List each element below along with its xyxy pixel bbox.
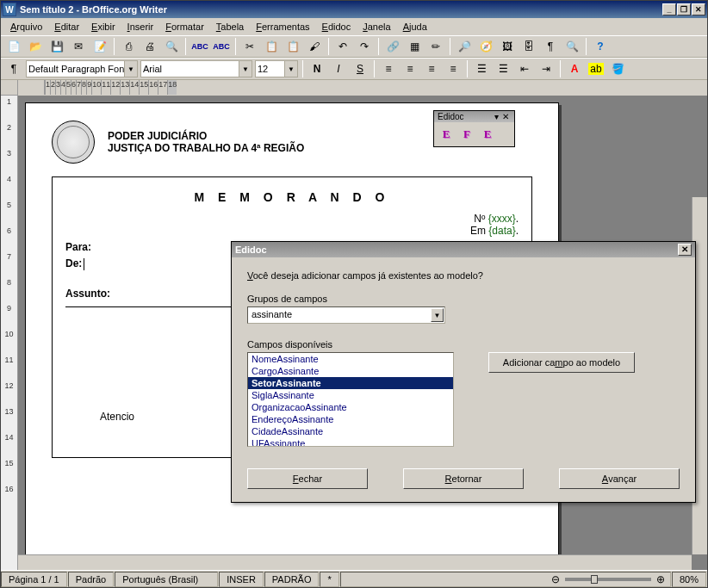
copy-icon[interactable]: 📋 bbox=[262, 37, 281, 56]
bg-color-icon[interactable]: 🪣 bbox=[608, 59, 627, 78]
highlight-icon[interactable]: ab bbox=[587, 59, 606, 78]
avancar-button[interactable]: Avançar bbox=[559, 468, 680, 489]
campo-item[interactable]: UFAssinante bbox=[248, 437, 453, 447]
print-icon[interactable]: 🖨 bbox=[140, 37, 159, 56]
chevron-down-icon[interactable]: ▼ bbox=[124, 61, 137, 77]
campo-item[interactable]: SetorAssinante bbox=[248, 377, 453, 389]
dec-indent-icon[interactable]: ⇤ bbox=[515, 59, 534, 78]
redo-icon[interactable]: ↷ bbox=[355, 37, 374, 56]
bold-icon[interactable]: N bbox=[307, 59, 326, 78]
campo-item[interactable]: CargoAssinante bbox=[248, 365, 453, 377]
show-draw-icon[interactable]: ✏ bbox=[426, 37, 445, 56]
menu-edidoc[interactable]: Edidoc bbox=[316, 20, 357, 34]
retornar-button[interactable]: Retornar bbox=[403, 468, 524, 489]
horizontal-scrollbar[interactable] bbox=[18, 554, 692, 570]
undo-icon[interactable]: ↶ bbox=[333, 37, 352, 56]
zoom-in-icon[interactable]: ⊕ bbox=[656, 573, 665, 585]
font-name-value: Arial bbox=[143, 64, 162, 74]
close-button[interactable]: ✕ bbox=[692, 3, 705, 15]
grupos-value: assinante bbox=[252, 309, 292, 319]
add-field-button[interactable]: Adicionar campo ao modelo bbox=[488, 352, 635, 373]
table-icon[interactable]: ▦ bbox=[405, 37, 424, 56]
edidoc-btn-1[interactable]: F bbox=[458, 126, 475, 143]
styles-icon[interactable]: ¶ bbox=[4, 59, 23, 78]
underline-icon[interactable]: S bbox=[351, 59, 370, 78]
vertical-ruler[interactable]: 12345678910111213141516 bbox=[1, 96, 18, 570]
chevron-down-icon[interactable]: ▼ bbox=[284, 61, 297, 77]
new-doc-icon[interactable]: 📄 bbox=[4, 37, 23, 56]
nonprint-icon[interactable]: ¶ bbox=[541, 37, 560, 56]
spellcheck-icon[interactable]: ABC bbox=[190, 37, 209, 56]
zoom-out-icon[interactable]: ⊖ bbox=[551, 573, 560, 585]
paragraph-style-combo[interactable]: Default Paragraph Font▼ bbox=[26, 60, 138, 77]
edit-doc-icon[interactable]: 📝 bbox=[90, 37, 109, 56]
navigator-icon[interactable]: 🧭 bbox=[476, 37, 495, 56]
campo-item[interactable]: SiglaAssinante bbox=[248, 389, 453, 401]
autospell-icon[interactable]: ABC bbox=[212, 37, 231, 56]
numbering-icon[interactable]: ☰ bbox=[472, 59, 491, 78]
campo-item[interactable]: NomeAssinante bbox=[248, 353, 453, 365]
maximize-button[interactable]: ❐ bbox=[677, 3, 691, 15]
menu-formatar[interactable]: Formatar bbox=[159, 20, 210, 34]
align-center-icon[interactable]: ≡ bbox=[401, 59, 419, 78]
gallery-icon[interactable]: 🖼 bbox=[498, 37, 517, 56]
grupos-select[interactable]: assinante ▼ bbox=[247, 306, 445, 324]
align-left-icon[interactable]: ≡ bbox=[379, 59, 398, 78]
status-insert[interactable]: INSER bbox=[219, 572, 264, 587]
menu-arquivo[interactable]: Arquivo bbox=[4, 20, 48, 34]
status-selmode[interactable]: PADRÃO bbox=[264, 572, 320, 587]
font-size-combo[interactable]: 12▼ bbox=[255, 60, 298, 77]
menu-inserir[interactable]: Inserir bbox=[121, 20, 160, 34]
hyperlink-icon[interactable]: 🔗 bbox=[383, 37, 402, 56]
menu-ajuda[interactable]: Ajuda bbox=[397, 20, 433, 34]
find-icon[interactable]: 🔎 bbox=[455, 37, 474, 56]
zoom-slider[interactable] bbox=[565, 578, 651, 581]
status-zoom[interactable]: 80% bbox=[672, 572, 706, 587]
edidoc-float-toolbar[interactable]: Edidoc ▾ ✕ EFE bbox=[433, 110, 515, 147]
email-icon[interactable]: ✉ bbox=[69, 37, 88, 56]
formatting-toolbar: ¶ Default Paragraph Font▼ Arial▼ 12▼ N I… bbox=[1, 58, 707, 80]
cut-icon[interactable]: ✂ bbox=[240, 37, 259, 56]
pdf-export-icon[interactable]: ⎙ bbox=[119, 37, 138, 56]
preview-icon[interactable]: 🔍 bbox=[162, 37, 181, 56]
datasources-icon[interactable]: 🗄 bbox=[519, 37, 538, 56]
chevron-down-icon[interactable]: ▼ bbox=[239, 61, 252, 77]
status-lang[interactable]: Português (Brasil) bbox=[115, 572, 218, 587]
menu-ferramentas[interactable]: Ferramentas bbox=[250, 20, 315, 34]
menu-editar[interactable]: Editar bbox=[48, 20, 85, 34]
paste-icon[interactable]: 📋 bbox=[283, 37, 302, 56]
font-name-combo[interactable]: Arial▼ bbox=[140, 60, 252, 77]
campos-listbox[interactable]: NomeAssinanteCargoAssinanteSetorAssinant… bbox=[247, 352, 454, 447]
status-modified[interactable]: * bbox=[320, 572, 338, 587]
help-icon[interactable]: ? bbox=[591, 37, 610, 56]
campo-item[interactable]: CidadeAssinante bbox=[248, 425, 453, 437]
font-color-icon[interactable]: A bbox=[565, 59, 584, 78]
format-paint-icon[interactable]: 🖌 bbox=[305, 37, 324, 56]
status-style[interactable]: Padrão bbox=[68, 572, 114, 587]
edidoc-btn-2[interactable]: E bbox=[479, 126, 496, 143]
float-close-icon[interactable]: ✕ bbox=[500, 112, 511, 121]
menu-exibir[interactable]: Exibir bbox=[85, 20, 121, 34]
menu-tabela[interactable]: Tabela bbox=[210, 20, 250, 34]
align-right-icon[interactable]: ≡ bbox=[422, 59, 441, 78]
minimize-button[interactable]: _ bbox=[662, 3, 676, 15]
fechar-button[interactable]: Fechar bbox=[247, 468, 368, 489]
save-icon[interactable]: 💾 bbox=[47, 37, 66, 56]
inc-indent-icon[interactable]: ⇥ bbox=[537, 59, 556, 78]
bullets-icon[interactable]: ☰ bbox=[494, 59, 512, 78]
zoom-icon[interactable]: 🔍 bbox=[562, 37, 581, 56]
open-icon[interactable]: 📂 bbox=[26, 37, 45, 56]
status-page[interactable]: Página 1 / 1 bbox=[1, 572, 67, 587]
dialog-close-button[interactable]: ✕ bbox=[678, 244, 692, 256]
dialog-titlebar[interactable]: Edidoc ✕ bbox=[232, 242, 695, 257]
seal-image bbox=[52, 121, 95, 164]
chevron-down-icon[interactable]: ▼ bbox=[431, 308, 444, 322]
edidoc-btn-0[interactable]: E bbox=[438, 126, 455, 143]
campo-item[interactable]: EndereçoAssinante bbox=[248, 413, 453, 425]
campo-item[interactable]: OrganizacaoAssinante bbox=[248, 401, 453, 413]
justify-icon[interactable]: ≡ bbox=[444, 59, 463, 78]
italic-icon[interactable]: I bbox=[329, 59, 348, 78]
menubar: ArquivoEditarExibirInserirFormatarTabela… bbox=[1, 18, 707, 35]
menu-janela[interactable]: Janela bbox=[357, 20, 396, 34]
float-menu-icon[interactable]: ▾ bbox=[493, 112, 500, 121]
